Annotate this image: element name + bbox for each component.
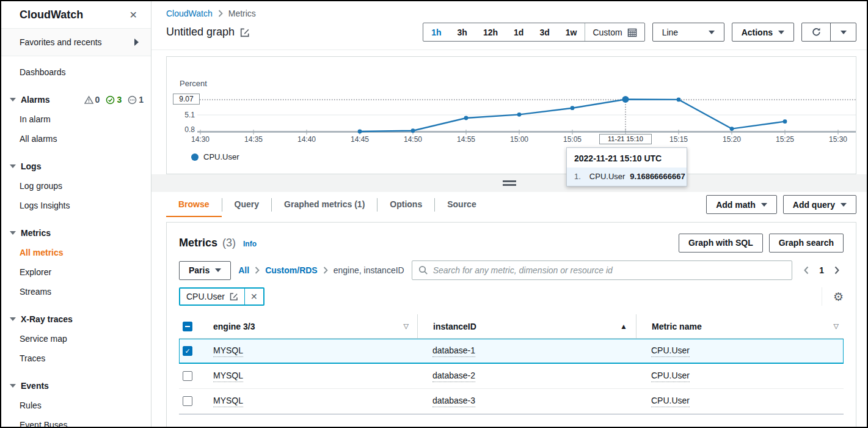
graph-search-button[interactable]: Graph search <box>769 234 844 253</box>
tab-options[interactable]: Options <box>377 192 434 217</box>
ok-check-icon <box>106 95 115 105</box>
time-range-1h[interactable]: 1h <box>423 23 449 41</box>
sidebar-item-explorer[interactable]: Explorer <box>1 262 151 282</box>
edit-icon[interactable] <box>230 292 238 301</box>
x-tick-label: 14:45 <box>341 135 378 144</box>
sidebar-item-all-alarms[interactable]: All alarms <box>1 129 151 149</box>
table-row[interactable]: MYSQL database-1 CPU.User <box>179 339 844 364</box>
chevron-down-icon <box>778 31 784 34</box>
sidebar-section-logs[interactable]: Logs <box>1 157 151 176</box>
tooltip-row: 1. CPU.User 9.16866666667 <box>567 168 687 186</box>
breadcrumb-cloudwatch[interactable]: CloudWatch <box>166 9 213 18</box>
sort-ascending-icon[interactable]: ▲ <box>620 322 627 331</box>
tab-source[interactable]: Source <box>435 192 488 217</box>
time-range-3h[interactable]: 3h <box>450 23 475 41</box>
sidebar-item-service-map[interactable]: Service map <box>1 329 151 349</box>
panel-splitter <box>151 174 867 192</box>
graph-with-sql-button[interactable]: Graph with SQL <box>679 234 763 253</box>
metrics-table: engine 3/3 ▽ instanceID ▲ Metric name ▽ … <box>179 314 844 415</box>
filter-icon[interactable]: ▽ <box>834 322 839 330</box>
time-range-3d[interactable]: 3d <box>531 23 557 41</box>
tab-query[interactable]: Query <box>222 192 271 217</box>
sidebar-section-metrics[interactable]: Metrics <box>1 223 151 243</box>
x-tick-label: 15:25 <box>767 135 803 144</box>
info-link[interactable]: Info <box>243 240 257 248</box>
sidebar-section-alarms[interactable]: Alarms 0 3 1 <box>1 90 151 109</box>
pagination: 1 <box>800 265 844 275</box>
x-tick-label: 15:20 <box>713 135 750 144</box>
next-page-icon[interactable] <box>834 266 840 275</box>
legend-color-dot <box>191 153 199 161</box>
resize-handle[interactable] <box>503 180 516 186</box>
sidebar-item-streams[interactable]: Streams <box>1 282 151 301</box>
search-input[interactable] <box>433 265 786 275</box>
add-query-button[interactable]: Add query <box>783 195 856 214</box>
sidebar-item-rules[interactable]: Rules <box>1 396 151 415</box>
x-tick-label: 14:30 <box>182 135 219 144</box>
metric-graph[interactable]: Percent 9.07 5.1 0.8 14:3014:3514:4014:4… <box>166 56 856 174</box>
tooltip-title: 2022-11-21 15:10 UTC <box>567 148 687 168</box>
y-axis-label: Percent <box>180 79 207 88</box>
x-tick-label: 15:30 <box>820 135 856 144</box>
metrics-panel: Metrics (3) Info Graph with SQL Graph se… <box>166 222 856 427</box>
search-icon <box>418 265 428 275</box>
time-range-custom[interactable]: Custom <box>585 23 644 41</box>
sidebar-title: CloudWatch <box>20 9 83 21</box>
sidebar-section-events[interactable]: Events <box>1 376 151 396</box>
chevron-down-icon <box>10 384 16 388</box>
tooltip-series-value: 9.16866666667 <box>630 172 685 181</box>
time-range-1w[interactable]: 1w <box>558 23 585 41</box>
actions-button[interactable]: Actions <box>732 23 794 42</box>
app-window: CloudWatch ✕ Favorites and recents Dashb… <box>0 0 868 428</box>
chevron-down-icon <box>841 31 847 34</box>
chevron-down-icon <box>10 98 16 101</box>
panel-title: Metrics <box>179 237 217 249</box>
sidebar-item-traces[interactable]: Traces <box>1 349 151 368</box>
tooltip-series-name: CPU.User <box>589 172 625 181</box>
chevron-down-icon <box>10 164 16 168</box>
sidebar-item-in-alarm[interactable]: In alarm <box>1 109 151 129</box>
refresh-button[interactable] <box>802 23 830 41</box>
prev-page-icon[interactable] <box>803 266 809 275</box>
close-icon[interactable]: ✕ <box>129 9 137 21</box>
column-header-metric-name[interactable]: Metric name <box>652 322 702 331</box>
row-checkbox[interactable] <box>183 371 192 381</box>
x-tick-label: 14:55 <box>448 135 484 144</box>
breadcrumb-metrics: Metrics <box>228 9 256 18</box>
metric-search[interactable] <box>412 260 793 280</box>
table-row[interactable]: MYSQL database-2 CPU.User <box>179 364 844 389</box>
chart-legend[interactable]: CPU.User <box>191 152 239 161</box>
add-math-button[interactable]: Add math <box>706 195 777 214</box>
row-checkbox[interactable] <box>183 346 192 356</box>
sidebar-item-all-metrics[interactable]: All metrics <box>1 243 151 262</box>
column-header-engine[interactable]: engine 3/3 <box>213 322 255 331</box>
filter-icon[interactable]: ▽ <box>404 322 409 330</box>
hover-time-tag: 11-21 15:10 <box>599 134 652 144</box>
sidebar-item-log-groups[interactable]: Log groups <box>1 176 151 196</box>
region-select[interactable]: Paris <box>179 261 231 280</box>
row-checkbox[interactable] <box>183 396 192 406</box>
time-range-12h[interactable]: 12h <box>475 23 506 41</box>
column-header-instanceid[interactable]: instanceID <box>433 322 476 331</box>
graph-type-select[interactable]: Line <box>652 23 724 42</box>
line-chart[interactable] <box>167 57 857 174</box>
remove-filter-icon[interactable]: ✕ <box>244 289 263 304</box>
time-range-1d[interactable]: 1d <box>506 23 531 41</box>
crumb-all[interactable]: All <box>238 265 249 275</box>
sidebar-item-favorites[interactable]: Favorites and recents <box>1 29 151 56</box>
sidebar-item-logs-insights[interactable]: Logs Insights <box>1 196 151 215</box>
tab-browse[interactable]: Browse <box>166 192 222 217</box>
tab-graphed-metrics[interactable]: Graphed metrics (1) <box>272 192 377 217</box>
sidebar-item-dashboards[interactable]: Dashboards <box>1 62 151 82</box>
crumb-custom-rds[interactable]: Custom/RDS <box>265 265 318 275</box>
sidebar-item-event-buses[interactable]: Event Buses <box>1 415 151 427</box>
refresh-options-button[interactable] <box>830 23 856 41</box>
settings-gear-icon[interactable]: ⚙ <box>833 290 844 304</box>
sidebar-section-xray[interactable]: X-Ray traces <box>1 309 151 329</box>
select-all-checkbox[interactable] <box>183 322 192 331</box>
edit-icon[interactable] <box>240 28 250 37</box>
table-row[interactable]: MYSQL database-3 CPU.User <box>179 389 844 414</box>
refresh-icon <box>811 27 822 37</box>
sidebar-nav: Dashboards Alarms 0 3 1 In alarm All ala… <box>1 56 151 427</box>
crosshair-value-box: 9.07 <box>173 94 200 105</box>
